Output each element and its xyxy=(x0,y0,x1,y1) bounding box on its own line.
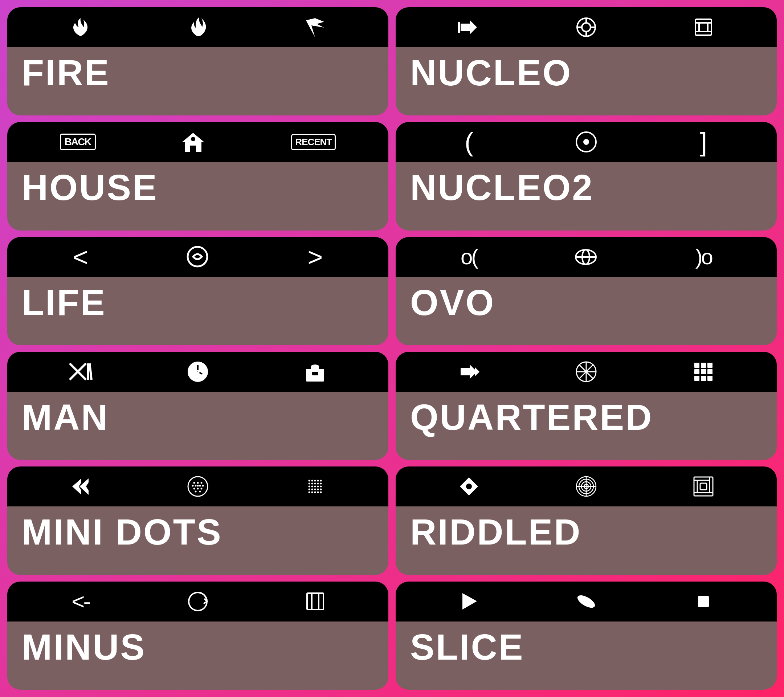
svg-rect-93 xyxy=(707,376,713,381)
card-slice[interactable]: SLICE xyxy=(395,582,777,690)
svg-point-32 xyxy=(314,480,316,482)
mini-dots-icon-left xyxy=(59,474,102,499)
svg-point-24 xyxy=(202,485,204,487)
svg-point-38 xyxy=(317,483,319,484)
card-riddled[interactable]: RIDDLED xyxy=(395,466,777,575)
svg-point-50 xyxy=(308,491,310,493)
life-icon-bar: < > xyxy=(7,237,389,277)
svg-point-39 xyxy=(320,483,322,484)
card-nucleo2[interactable]: ) ] NUCLEO2 xyxy=(395,122,777,230)
riddled-icon-bar xyxy=(395,466,777,506)
nucleo2-icon-1: ) xyxy=(447,129,491,155)
quartered-label: QUARTERED xyxy=(395,392,777,444)
card-man[interactable]: MAN xyxy=(7,352,389,460)
svg-rect-85 xyxy=(694,363,700,368)
svg-point-28 xyxy=(194,491,196,493)
mini-dots-label: MINI DOTS xyxy=(7,506,389,559)
card-quartered[interactable]: QUARTERED xyxy=(395,352,777,460)
slice-icon-bar xyxy=(395,582,777,621)
svg-point-51 xyxy=(311,491,313,493)
card-ovo[interactable]: o( )o OVO xyxy=(395,237,777,345)
svg-point-20 xyxy=(192,485,193,487)
card-nucleo[interactable]: NUCLEO xyxy=(395,7,777,115)
svg-point-33 xyxy=(317,480,319,482)
svg-point-29 xyxy=(199,491,201,493)
svg-rect-86 xyxy=(701,363,706,368)
svg-marker-59 xyxy=(461,20,477,35)
svg-point-31 xyxy=(311,480,313,482)
svg-point-47 xyxy=(314,489,316,491)
card-fire[interactable]: FIRE xyxy=(7,7,389,115)
svg-point-34 xyxy=(320,480,322,482)
mini-dots-icon-right xyxy=(293,474,337,499)
svg-rect-88 xyxy=(694,369,700,374)
man-icon-clock xyxy=(176,359,220,384)
card-mini-dots[interactable]: MINI DOTS xyxy=(7,466,389,575)
slice-icon-3 xyxy=(682,589,725,614)
svg-point-30 xyxy=(308,480,310,482)
svg-point-110 xyxy=(576,593,597,610)
man-icon-tool xyxy=(59,359,102,384)
mini-dots-icon-bar xyxy=(7,466,389,506)
ovo-icon-2 xyxy=(564,244,608,270)
quartered-icon-bar xyxy=(395,352,777,392)
riddled-icon-2 xyxy=(564,474,608,499)
card-minus[interactable]: <- MINUS xyxy=(7,582,389,690)
svg-point-62 xyxy=(582,23,591,31)
fire-icon-2 xyxy=(176,15,220,40)
fire-icon-3 xyxy=(293,15,337,40)
house-icon-home xyxy=(172,129,215,155)
svg-point-43 xyxy=(317,486,319,488)
fire-icon-bar xyxy=(7,7,389,47)
svg-point-25 xyxy=(193,488,195,490)
nucleo-icon-3 xyxy=(682,15,725,40)
svg-point-45 xyxy=(308,489,310,491)
nucleo2-icon-bar: ) ] xyxy=(395,122,777,162)
card-house[interactable]: BACK RECENT HoUse xyxy=(7,122,389,230)
svg-point-52 xyxy=(314,491,316,493)
svg-point-27 xyxy=(200,488,202,490)
svg-point-26 xyxy=(197,488,199,490)
minus-icon-right xyxy=(293,589,337,614)
svg-rect-111 xyxy=(698,596,709,607)
card-life[interactable]: < > LIFE xyxy=(7,237,389,345)
house-label: HoUse xyxy=(7,162,389,214)
quartered-icon-2 xyxy=(564,359,608,384)
minus-label: MINUS xyxy=(7,621,389,674)
slice-icon-2 xyxy=(564,589,608,614)
nucleo-icon-2 xyxy=(564,15,608,40)
svg-point-54 xyxy=(320,491,322,493)
man-label: MAN xyxy=(7,392,389,444)
svg-rect-87 xyxy=(707,363,713,368)
svg-point-23 xyxy=(199,485,201,487)
svg-line-6 xyxy=(90,363,91,380)
svg-point-36 xyxy=(311,483,313,484)
svg-point-49 xyxy=(320,489,322,491)
man-icon-bar xyxy=(7,352,389,392)
nucleo-icon-bar xyxy=(395,7,777,47)
svg-point-44 xyxy=(320,486,322,488)
svg-rect-56 xyxy=(307,593,323,610)
riddled-label: RIDDLED xyxy=(395,506,777,559)
house-icon-recent: RECENT xyxy=(291,134,336,150)
svg-point-46 xyxy=(311,489,313,491)
svg-rect-104 xyxy=(700,483,707,490)
svg-point-21 xyxy=(194,485,196,487)
svg-rect-68 xyxy=(699,23,708,31)
man-icon-bag xyxy=(293,359,337,384)
fire-icon-1 xyxy=(59,15,102,40)
ovo-icon-bar: o( )o xyxy=(395,237,777,277)
svg-marker-0 xyxy=(182,133,204,152)
svg-marker-109 xyxy=(463,593,477,610)
ovo-icon-3: )o xyxy=(682,244,725,270)
svg-point-22 xyxy=(197,485,199,487)
riddled-icon-3 xyxy=(682,474,725,499)
svg-point-74 xyxy=(584,140,588,144)
life-label: LIFE xyxy=(7,277,389,329)
nucleo2-icon-2 xyxy=(564,129,608,155)
svg-rect-13 xyxy=(312,372,318,376)
svg-point-41 xyxy=(311,486,313,488)
nucleo2-label: NUCLEO2 xyxy=(395,162,777,214)
svg-rect-92 xyxy=(701,376,706,381)
slice-icon-1 xyxy=(447,589,491,614)
